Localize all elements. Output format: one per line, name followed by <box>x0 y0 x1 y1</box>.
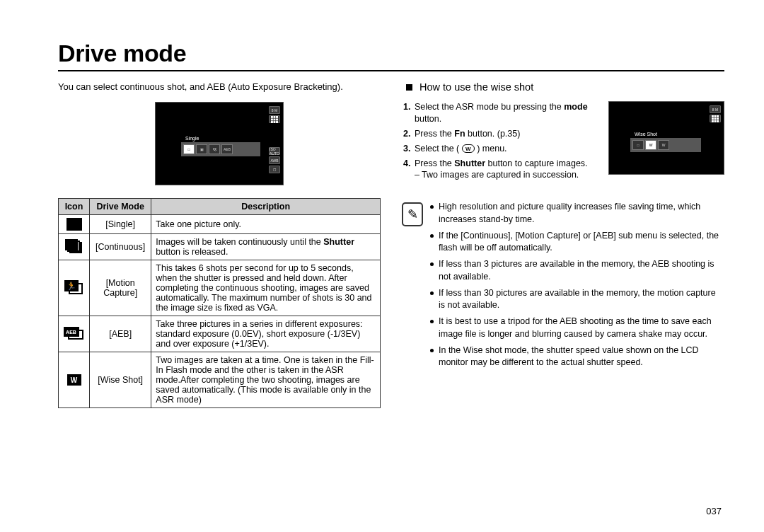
drive-opt-motion-icon: ⛓ <box>209 144 220 154</box>
desc-aeb: Take three pictures in a series in diffe… <box>151 316 381 352</box>
note-item: It is best to use a tripod for the AEB s… <box>430 316 724 340</box>
table-row: AEB [AEB] Take three pictures in a serie… <box>59 316 381 352</box>
lcd2-opt-wise-icon: W <box>645 140 656 150</box>
lcd2-opt-w-icon: W <box>658 140 669 150</box>
note-box: ✎ High resolution and picture quality in… <box>402 201 724 373</box>
table-row: [Single] Take one picture only. <box>59 215 381 234</box>
note-item: In the Wise shot mode, the shutter speed… <box>430 345 724 369</box>
square-bullet-icon <box>406 84 412 91</box>
page-number: 037 <box>706 506 722 516</box>
step-3: 3.Select the ( W ) menu. <box>415 143 598 155</box>
mode-continuous: [Continuous] <box>90 234 151 260</box>
aeb-icon: AEB <box>64 327 85 341</box>
lcd-resolution-chip: 8 M <box>269 106 280 114</box>
continuous-icon <box>65 239 83 255</box>
right-column: How to use the wise shot 1.Select the AS… <box>402 76 724 408</box>
grid-icon <box>710 115 721 122</box>
desc-motion: This takes 6 shots per second for up to … <box>151 260 381 316</box>
table-row: W [Wise Shot] Two images are taken at a … <box>59 352 381 408</box>
note-item: If less than 3 pictures are available in… <box>430 258 724 283</box>
wise-shot-icon: W <box>67 374 81 386</box>
drive-mode-table: Icon Drive Mode Description [Single] Tak… <box>58 198 381 408</box>
grid-icon <box>269 115 280 123</box>
awb-chip: AWB <box>269 156 280 164</box>
mode-motion: [Motion Capture] <box>90 260 151 316</box>
metering-chip: ☐ <box>269 166 280 173</box>
step-4-sub: Two images are captured in succession. <box>422 169 598 181</box>
lcd-side-panel: 8 M ISO AUTO AWB ☐ <box>268 106 281 173</box>
mode-aeb: [AEB] <box>90 316 151 352</box>
lcd2-menu-row: □ W W <box>630 138 701 152</box>
drive-opt-continuous-icon: ▣ <box>196 144 207 154</box>
step-2: 2.Press the Fn button. (p.35) <box>415 128 598 140</box>
camera-lcd-illustration: 8 M ISO AUTO AWB ☐ Single □ ▣ ⛓ AEB <box>155 102 284 185</box>
lcd-menu-label: Single <box>181 134 260 142</box>
lcd-drive-menu: Single □ ▣ ⛓ AEB <box>181 134 260 156</box>
manual-page: Drive mode You can select continuous sho… <box>0 0 764 532</box>
drive-opt-aeb-icon: AEB <box>221 144 233 154</box>
steps-and-lcd: 1.Select the ASR mode bu pressing the mo… <box>402 101 724 184</box>
lcd-menu-row: □ ▣ ⛓ AEB <box>181 142 260 156</box>
lcd2-resolution-chip: 8 M <box>710 105 721 113</box>
step-1: 1.Select the ASR mode bu pressing the mo… <box>415 101 598 125</box>
svg-rect-0 <box>271 116 278 123</box>
desc-continuous: Images will be taken continuously until … <box>151 234 381 260</box>
camera-lcd-illustration-wise: 8 M Wise Shot □ W W <box>608 101 724 175</box>
drive-opt-single-icon: □ <box>183 144 195 154</box>
lcd2-side-panel: 8 M <box>709 105 722 122</box>
lcd2-drive-menu: Wise Shot □ W W <box>630 130 701 152</box>
table-row: 🏃 [Motion Capture] This takes 6 shots pe… <box>59 260 381 316</box>
col-desc: Description <box>151 199 381 215</box>
mode-single: [Single] <box>90 215 151 234</box>
desc-single: Take one picture only. <box>151 215 381 234</box>
note-icon: ✎ <box>402 202 423 226</box>
note-item: If less than 30 pictures are available i… <box>430 287 724 312</box>
instruction-steps: 1.Select the ASR mode bu pressing the mo… <box>402 101 598 184</box>
lcd2-menu-label: Wise Shot <box>630 130 701 138</box>
col-icon: Icon <box>59 199 90 215</box>
page-title: Drive mode <box>58 40 724 71</box>
section-title: How to use the wise shot <box>406 81 724 93</box>
note-item: High resolution and picture quality incr… <box>430 201 724 226</box>
lcd2-opt-single-icon: □ <box>632 140 644 150</box>
svg-rect-1 <box>712 115 719 122</box>
intro-text: You can select continuous shot, and AEB … <box>58 81 381 92</box>
single-icon <box>66 218 82 231</box>
table-row: [Continuous] Images will be taken contin… <box>59 234 381 260</box>
w-icon: W <box>462 144 475 153</box>
two-column-layout: You can select continuous shot, and AEB … <box>58 76 724 408</box>
step-4: 4.Press the Shutter button to capture im… <box>415 158 598 182</box>
col-mode: Drive Mode <box>90 199 151 215</box>
note-list: High resolution and picture quality incr… <box>430 201 724 373</box>
motion-capture-icon: 🏃 <box>64 280 84 296</box>
note-item: If the [Continuous], [Motion Capture] or… <box>430 230 724 255</box>
iso-chip: ISO AUTO <box>269 147 280 155</box>
mode-wise: [Wise Shot] <box>90 352 151 408</box>
desc-wise: Two images are taken at a time. One is t… <box>151 352 381 408</box>
left-column: You can select continuous shot, and AEB … <box>58 76 381 408</box>
